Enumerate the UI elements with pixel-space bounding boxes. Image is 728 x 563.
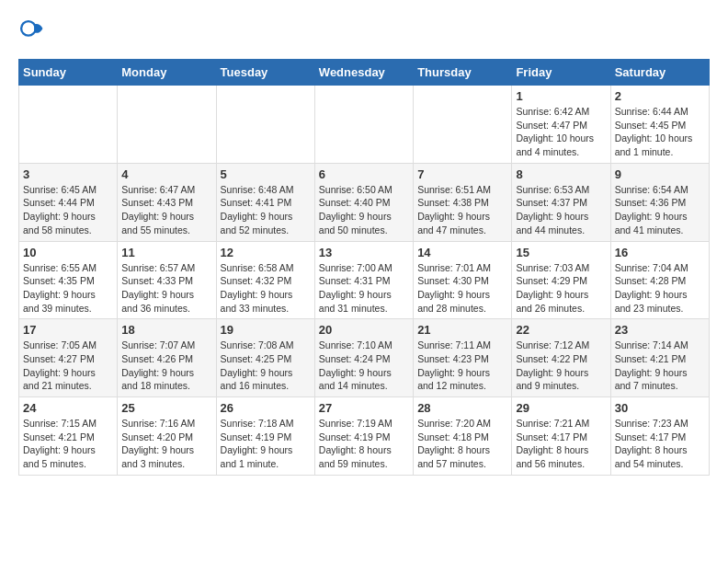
day-info: Sunrise: 7:05 AM Sunset: 4:27 PM Dayligh…	[23, 339, 113, 393]
day-number: 13	[319, 246, 409, 259]
calendar-cell: 20Sunrise: 7:10 AM Sunset: 4:24 PM Dayli…	[314, 319, 413, 397]
day-number: 2	[615, 89, 705, 103]
day-number: 23	[615, 323, 705, 337]
day-info: Sunrise: 7:11 AM Sunset: 4:23 PM Dayligh…	[417, 339, 507, 393]
day-number: 1	[516, 89, 606, 103]
calendar-cell: 29Sunrise: 7:21 AM Sunset: 4:17 PM Dayli…	[512, 397, 610, 476]
calendar-cell	[414, 86, 512, 164]
day-number: 22	[516, 323, 606, 337]
day-number: 19	[221, 323, 311, 337]
calendar-cell: 18Sunrise: 7:07 AM Sunset: 4:26 PM Dayli…	[118, 319, 216, 397]
day-info: Sunrise: 6:58 AM Sunset: 4:32 PM Dayligh…	[221, 261, 311, 316]
calendar-header-row: SundayMondayTuesdayWednesdayThursdayFrid…	[19, 60, 710, 86]
day-info: Sunrise: 6:50 AM Sunset: 4:40 PM Dayligh…	[319, 183, 409, 237]
weekday-header: Friday	[512, 60, 610, 86]
calendar-cell: 16Sunrise: 7:04 AM Sunset: 4:28 PM Dayli…	[610, 241, 709, 319]
weekday-header: Tuesday	[216, 60, 314, 86]
day-number: 21	[417, 323, 507, 337]
calendar-cell	[19, 86, 118, 164]
weekday-header: Thursday	[414, 60, 512, 86]
day-info: Sunrise: 7:20 AM Sunset: 4:18 PM Dayligh…	[417, 417, 507, 471]
calendar-cell: 1Sunrise: 6:42 AM Sunset: 4:47 PM Daylig…	[512, 86, 610, 164]
svg-point-0	[21, 21, 36, 36]
calendar-cell: 27Sunrise: 7:19 AM Sunset: 4:19 PM Dayli…	[314, 397, 413, 476]
day-number: 17	[23, 323, 113, 337]
calendar-cell: 28Sunrise: 7:20 AM Sunset: 4:18 PM Dayli…	[414, 397, 512, 476]
day-info: Sunrise: 7:00 AM Sunset: 4:31 PM Dayligh…	[319, 261, 409, 316]
day-info: Sunrise: 6:53 AM Sunset: 4:37 PM Dayligh…	[516, 183, 606, 237]
calendar-cell: 26Sunrise: 7:18 AM Sunset: 4:19 PM Dayli…	[216, 397, 314, 476]
day-number: 11	[121, 246, 211, 259]
calendar-cell: 17Sunrise: 7:05 AM Sunset: 4:27 PM Dayli…	[19, 319, 118, 397]
day-info: Sunrise: 7:07 AM Sunset: 4:26 PM Dayligh…	[121, 339, 211, 393]
calendar-cell: 13Sunrise: 7:00 AM Sunset: 4:31 PM Dayli…	[314, 241, 413, 319]
calendar-cell	[216, 86, 314, 164]
calendar-cell: 6Sunrise: 6:50 AM Sunset: 4:40 PM Daylig…	[314, 163, 413, 241]
day-number: 20	[319, 323, 409, 337]
day-info: Sunrise: 6:51 AM Sunset: 4:38 PM Dayligh…	[417, 183, 507, 237]
calendar-cell: 10Sunrise: 6:55 AM Sunset: 4:35 PM Dayli…	[19, 241, 118, 319]
day-info: Sunrise: 6:54 AM Sunset: 4:36 PM Dayligh…	[615, 183, 705, 237]
calendar-week-row: 17Sunrise: 7:05 AM Sunset: 4:27 PM Dayli…	[19, 319, 710, 397]
day-number: 6	[319, 167, 409, 181]
calendar-cell: 4Sunrise: 6:47 AM Sunset: 4:43 PM Daylig…	[118, 163, 216, 241]
calendar-cell: 23Sunrise: 7:14 AM Sunset: 4:21 PM Dayli…	[610, 319, 709, 397]
day-info: Sunrise: 6:57 AM Sunset: 4:33 PM Dayligh…	[121, 261, 211, 316]
day-number: 18	[121, 323, 211, 337]
calendar-cell: 5Sunrise: 6:48 AM Sunset: 4:41 PM Daylig…	[216, 163, 314, 241]
day-info: Sunrise: 7:16 AM Sunset: 4:20 PM Dayligh…	[121, 417, 211, 471]
calendar-cell: 9Sunrise: 6:54 AM Sunset: 4:36 PM Daylig…	[610, 163, 709, 241]
calendar-week-row: 24Sunrise: 7:15 AM Sunset: 4:21 PM Dayli…	[19, 397, 710, 476]
day-info: Sunrise: 6:47 AM Sunset: 4:43 PM Dayligh…	[121, 183, 211, 237]
day-number: 28	[417, 401, 507, 415]
day-info: Sunrise: 6:42 AM Sunset: 4:47 PM Dayligh…	[516, 105, 606, 159]
day-info: Sunrise: 7:14 AM Sunset: 4:21 PM Dayligh…	[615, 339, 705, 393]
calendar-cell: 12Sunrise: 6:58 AM Sunset: 4:32 PM Dayli…	[216, 241, 314, 319]
calendar-cell	[314, 86, 413, 164]
day-number: 12	[221, 246, 311, 259]
calendar-cell: 11Sunrise: 6:57 AM Sunset: 4:33 PM Dayli…	[118, 241, 216, 319]
day-number: 27	[319, 401, 409, 415]
day-number: 24	[23, 401, 113, 415]
day-number: 25	[121, 401, 211, 415]
day-number: 5	[221, 167, 311, 181]
weekday-header: Monday	[118, 60, 216, 86]
calendar-cell: 15Sunrise: 7:03 AM Sunset: 4:29 PM Dayli…	[512, 241, 610, 319]
day-info: Sunrise: 7:01 AM Sunset: 4:30 PM Dayligh…	[417, 261, 507, 316]
weekday-header: Saturday	[610, 60, 709, 86]
day-number: 3	[23, 167, 113, 181]
weekday-header: Sunday	[19, 60, 118, 86]
calendar-cell: 30Sunrise: 7:23 AM Sunset: 4:17 PM Dayli…	[610, 397, 709, 476]
calendar-week-row: 1Sunrise: 6:42 AM Sunset: 4:47 PM Daylig…	[19, 86, 710, 164]
calendar-cell	[118, 86, 216, 164]
day-info: Sunrise: 7:19 AM Sunset: 4:19 PM Dayligh…	[319, 417, 409, 471]
day-info: Sunrise: 6:44 AM Sunset: 4:45 PM Dayligh…	[615, 105, 705, 159]
calendar-cell: 19Sunrise: 7:08 AM Sunset: 4:25 PM Dayli…	[216, 319, 314, 397]
day-number: 9	[615, 167, 705, 181]
day-info: Sunrise: 6:48 AM Sunset: 4:41 PM Dayligh…	[221, 183, 311, 237]
day-info: Sunrise: 7:03 AM Sunset: 4:29 PM Dayligh…	[516, 261, 606, 316]
calendar-table: SundayMondayTuesdayWednesdayThursdayFrid…	[18, 59, 710, 476]
day-info: Sunrise: 7:21 AM Sunset: 4:17 PM Dayligh…	[516, 417, 606, 471]
day-number: 4	[121, 167, 211, 181]
day-info: Sunrise: 7:08 AM Sunset: 4:25 PM Dayligh…	[221, 339, 311, 393]
calendar-cell: 21Sunrise: 7:11 AM Sunset: 4:23 PM Dayli…	[414, 319, 512, 397]
calendar-cell: 22Sunrise: 7:12 AM Sunset: 4:22 PM Dayli…	[512, 319, 610, 397]
logo-icon	[18, 18, 44, 44]
calendar-cell: 8Sunrise: 6:53 AM Sunset: 4:37 PM Daylig…	[512, 163, 610, 241]
weekday-header: Wednesday	[314, 60, 413, 86]
calendar-cell: 24Sunrise: 7:15 AM Sunset: 4:21 PM Dayli…	[19, 397, 118, 476]
calendar-cell: 7Sunrise: 6:51 AM Sunset: 4:38 PM Daylig…	[414, 163, 512, 241]
day-number: 14	[417, 246, 507, 259]
day-number: 15	[516, 246, 606, 259]
calendar-cell: 3Sunrise: 6:45 AM Sunset: 4:44 PM Daylig…	[19, 163, 118, 241]
calendar-week-row: 3Sunrise: 6:45 AM Sunset: 4:44 PM Daylig…	[19, 163, 710, 241]
day-info: Sunrise: 6:55 AM Sunset: 4:35 PM Dayligh…	[23, 261, 113, 316]
day-info: Sunrise: 7:04 AM Sunset: 4:28 PM Dayligh…	[615, 261, 705, 316]
day-number: 8	[516, 167, 606, 181]
day-number: 7	[417, 167, 507, 181]
day-info: Sunrise: 7:12 AM Sunset: 4:22 PM Dayligh…	[516, 339, 606, 393]
day-number: 26	[221, 401, 311, 415]
calendar-week-row: 10Sunrise: 6:55 AM Sunset: 4:35 PM Dayli…	[19, 241, 710, 319]
day-info: Sunrise: 7:18 AM Sunset: 4:19 PM Dayligh…	[221, 417, 311, 471]
